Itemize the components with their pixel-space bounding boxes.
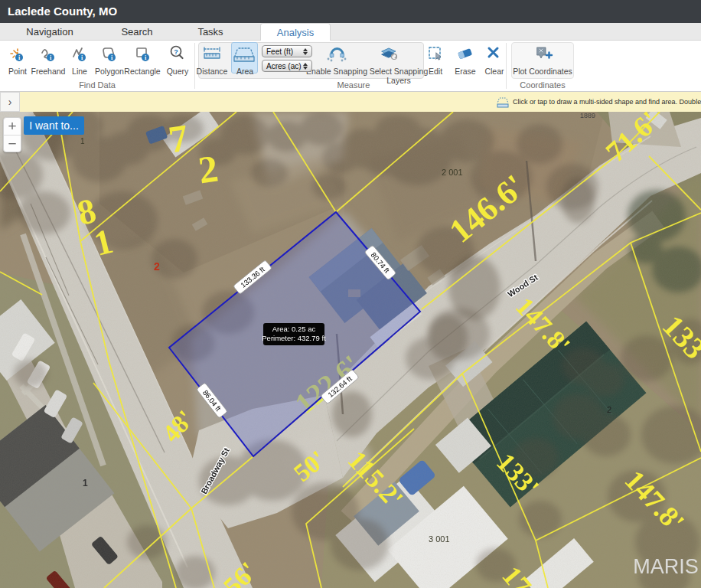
svg-text:3 001: 3 001 bbox=[429, 534, 450, 544]
svg-text:MARIS: MARIS bbox=[633, 555, 699, 578]
svg-text:1: 1 bbox=[83, 478, 88, 488]
svg-text:Area: 0.25 ac: Area: 0.25 ac bbox=[272, 325, 316, 333]
svg-text:1: 1 bbox=[80, 137, 85, 145]
svg-text:1889: 1889 bbox=[580, 112, 595, 119]
svg-text:2 001: 2 001 bbox=[442, 168, 463, 177]
svg-text:?: ? bbox=[174, 48, 178, 56]
svg-text:2: 2 bbox=[154, 260, 160, 273]
svg-text:Perimeter: 432.79 ft: Perimeter: 432.79 ft bbox=[262, 334, 326, 342]
svg-text:2: 2 bbox=[607, 405, 611, 414]
